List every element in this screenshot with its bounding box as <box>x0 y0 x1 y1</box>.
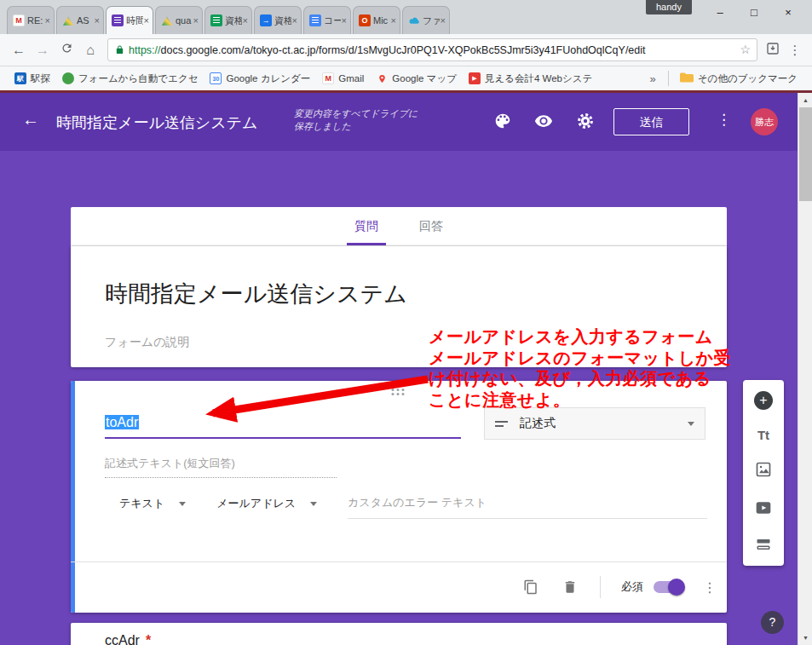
browser-tab-forms-active[interactable]: 時間 × <box>106 6 153 34</box>
delete-trash-icon[interactable] <box>561 578 579 596</box>
bookmark-label: Gmail <box>338 73 364 84</box>
tab-close-icon[interactable]: × <box>144 15 149 26</box>
duplicate-icon[interactable] <box>521 578 540 596</box>
page-scrollbar[interactable]: ▲ ▼ <box>798 93 812 645</box>
reload-button[interactable] <box>55 42 78 58</box>
preview-eye-icon[interactable] <box>533 111 554 131</box>
minimize-button[interactable]: – <box>703 3 737 22</box>
validation-type-dropdown[interactable]: テキスト <box>119 496 186 511</box>
required-toggle[interactable] <box>654 581 682 593</box>
send-button[interactable]: 送信 <box>613 108 689 135</box>
browser-tab-office[interactable]: Mic × <box>353 6 400 34</box>
calendar-icon: 30 <box>210 72 222 84</box>
browser-tab-arrow[interactable]: 資格 × <box>254 6 302 34</box>
selected-question-indicator <box>71 381 75 613</box>
question-actions: 必須 ⋮ <box>521 561 715 613</box>
secure-lock-icon[interactable] <box>115 44 124 55</box>
question-title-input[interactable]: toAdr <box>105 410 461 439</box>
scrollbar-thumb[interactable] <box>799 107 812 201</box>
download-extension-icon[interactable] <box>766 42 780 59</box>
required-label: 必須 <box>621 579 643 595</box>
avatar[interactable]: 勝志 <box>751 108 778 135</box>
docs-icon <box>309 14 321 26</box>
forms-back-icon[interactable]: ← <box>22 110 39 130</box>
browser-menu-icon[interactable]: ⋮ <box>788 43 802 58</box>
add-image-icon[interactable] <box>755 461 772 481</box>
tab-close-icon[interactable]: × <box>193 15 199 26</box>
tab-close-icon[interactable]: × <box>441 15 446 26</box>
form-more-options-icon[interactable]: ⋮ <box>717 111 730 129</box>
chevron-down-icon <box>179 502 186 506</box>
scroll-up-icon[interactable]: ▲ <box>798 93 812 107</box>
scroll-down-icon[interactable]: ▼ <box>798 631 812 645</box>
arrow-site-icon <box>260 14 272 26</box>
tab-close-icon[interactable]: × <box>292 15 297 26</box>
close-button[interactable]: × <box>771 3 805 22</box>
browser-tab-cloud[interactable]: ファイ × <box>402 6 450 34</box>
cloud-icon <box>408 14 420 26</box>
sheets-icon <box>210 14 222 26</box>
chevron-down-icon <box>310 502 317 506</box>
address-bar[interactable]: https://docs.google.com/a/tokyo-ct.ac.jp… <box>107 38 757 61</box>
bookmarks-overflow-icon[interactable]: » <box>643 72 663 85</box>
remote-session-badge: handy <box>646 0 692 14</box>
bookmark-label: フォームから自動でエクセ <box>78 72 198 85</box>
question-type-dropdown[interactable]: 記述式 <box>484 407 705 440</box>
form-title[interactable]: 時間指定メール送信システム <box>105 279 407 309</box>
bookmark-maps[interactable]: Google マップ <box>370 72 463 85</box>
browser-tab-drive-2[interactable]: qua × <box>155 6 203 34</box>
actions-separator <box>600 576 601 598</box>
bookmark-label: 駅探 <box>31 72 50 85</box>
settings-gear-icon[interactable] <box>575 111 596 131</box>
browser-tab-docs[interactable]: コー × <box>303 6 351 34</box>
home-button[interactable]: ⌂ <box>78 43 102 58</box>
gmail-icon <box>322 72 334 84</box>
validation-rule-dropdown[interactable]: メールアドレス <box>216 496 317 511</box>
browser-tab-sheets[interactable]: 資格 × <box>204 6 252 34</box>
tab-questions[interactable]: 質問 <box>334 207 399 245</box>
required-asterisk: * <box>146 633 151 645</box>
question-card[interactable]: toAdr 記述式 記述式テキスト(短文回答) テキスト メールアドレス カスタ… <box>71 381 727 613</box>
validation-rule-label: メールアドレス <box>216 496 296 511</box>
tab-label: Mic <box>373 15 390 26</box>
bookmark-label: 見える会計4 Webシステ <box>485 72 592 85</box>
browser-tab-drive-1[interactable]: AS × <box>56 6 104 34</box>
browser-tab-mail[interactable]: RE: × <box>7 6 55 34</box>
bookmark-form-excel[interactable]: フォームから自動でエクセ <box>56 72 204 85</box>
forms-header: ← 時間指定メール送信システム 変更内容をすべてドライブに保存しました 送信 ⋮… <box>0 93 798 151</box>
bookmark-kaikei[interactable]: 見える会計4 Webシステ <box>463 72 598 85</box>
custom-error-input[interactable]: カスタムのエラー テキスト <box>348 495 707 519</box>
bookmark-star-icon[interactable]: ☆ <box>740 43 751 56</box>
drag-handle-icon[interactable] <box>392 389 406 395</box>
bookmark-calendar[interactable]: 30 Google カレンダー <box>204 72 316 85</box>
tab-close-icon[interactable]: × <box>95 15 100 26</box>
validation-row: テキスト メールアドレス カスタムのエラー テキスト <box>119 488 707 519</box>
add-video-icon[interactable] <box>755 499 772 520</box>
tab-responses[interactable]: 回答 <box>399 207 464 245</box>
add-section-icon[interactable] <box>756 538 771 555</box>
form-editor-canvas: 質問 回答 時間指定メール送信システム フォームの説明 toAdr 記述式 記述… <box>0 151 798 645</box>
tab-close-icon[interactable]: × <box>243 15 248 26</box>
back-button[interactable]: ← <box>7 43 31 58</box>
bookmark-gmail[interactable]: Gmail <box>316 72 370 84</box>
tab-close-icon[interactable]: × <box>45 15 50 26</box>
form-header-title[interactable]: 時間指定メール送信システム <box>56 112 258 133</box>
other-bookmarks-button[interactable]: その他のブックマーク <box>674 72 803 85</box>
palette-icon[interactable] <box>492 111 513 131</box>
play-icon <box>469 72 481 84</box>
forward-button[interactable]: → <box>31 43 55 58</box>
maximize-button[interactable]: □ <box>737 3 771 22</box>
annotation-line: メールアドレスを入力するフォーム <box>429 326 742 348</box>
help-button[interactable]: ? <box>761 611 784 634</box>
short-answer-icon <box>495 418 508 429</box>
tab-close-icon[interactable]: × <box>391 15 396 26</box>
bookmark-ekitan[interactable]: 駅探 <box>9 72 56 85</box>
question-more-options-icon[interactable]: ⋮ <box>703 579 715 596</box>
add-title-icon[interactable]: Tt <box>757 428 769 442</box>
map-pin-icon <box>376 72 388 84</box>
form-description-placeholder[interactable]: フォームの説明 <box>105 335 189 350</box>
next-question-title: ccAdr <box>105 633 140 645</box>
tab-close-icon[interactable]: × <box>342 15 347 26</box>
next-question-card[interactable]: ccAdr* <box>71 623 727 645</box>
add-question-icon[interactable]: + <box>754 391 773 410</box>
